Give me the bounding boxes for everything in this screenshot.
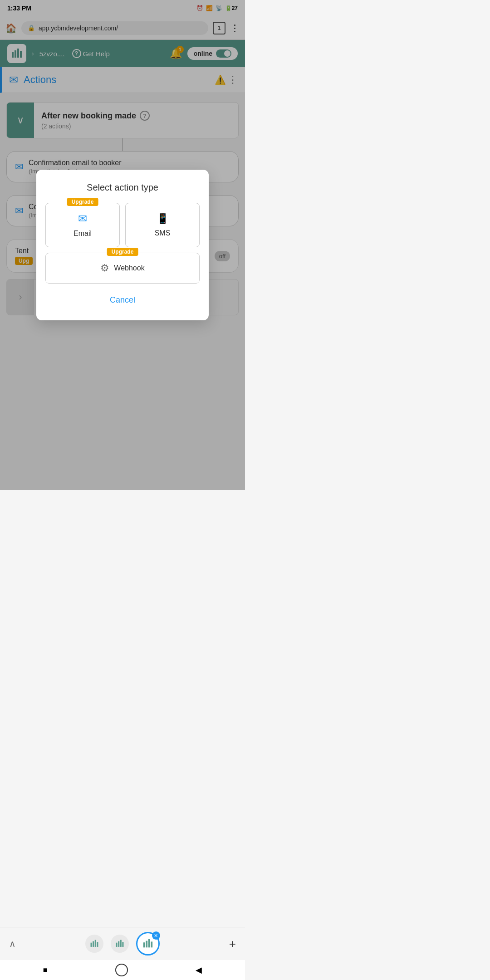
select-action-type-modal: Select action type Upgrade ✉ Email 📱 SMS…: [36, 170, 209, 320]
cancel-button[interactable]: Cancel: [45, 289, 200, 311]
webhook-upgrade-badge: Upgrade: [107, 248, 138, 256]
sms-option-button[interactable]: 📱 SMS: [125, 203, 200, 247]
sms-option-label: SMS: [155, 229, 171, 237]
webhook-option-button[interactable]: Upgrade ⚙ Webhook: [45, 253, 200, 284]
email-option-button[interactable]: Upgrade ✉ Email: [45, 203, 120, 247]
email-upgrade-badge: Upgrade: [67, 198, 98, 206]
modal-overlay: Select action type Upgrade ✉ Email 📱 SMS…: [0, 0, 245, 490]
webhook-option-icon: ⚙: [100, 262, 109, 274]
webhook-option-label: Webhook: [114, 264, 144, 272]
modal-title: Select action type: [45, 182, 200, 193]
modal-options-grid: Upgrade ✉ Email 📱 SMS Upgrade ⚙ Webhook: [45, 203, 200, 284]
email-option-label: Email: [74, 230, 92, 238]
email-option-icon: ✉: [78, 212, 87, 225]
sms-option-icon: 📱: [157, 213, 169, 225]
